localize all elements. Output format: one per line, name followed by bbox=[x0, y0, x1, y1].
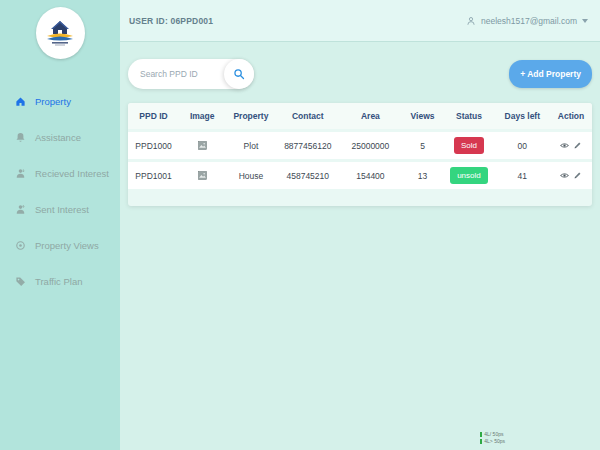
sidebar: Property Assistance Recieved Interest Se… bbox=[0, 0, 120, 450]
column-header-property: Property bbox=[225, 111, 276, 121]
watermark-text: 4L> 50ps bbox=[484, 438, 505, 444]
column-header-contact: Contact bbox=[276, 111, 339, 121]
column-header-days-left: Days left bbox=[494, 111, 550, 121]
column-header-ppd-id: PPD ID bbox=[128, 111, 179, 121]
app-root: Property Assistance Recieved Interest Se… bbox=[0, 0, 600, 450]
view-eye-icon[interactable] bbox=[560, 141, 569, 150]
status-badge: unsold bbox=[450, 167, 488, 184]
edit-pencil-icon[interactable] bbox=[573, 141, 582, 150]
table-header-row: PPD ID Image Property Contact Area Views… bbox=[128, 103, 592, 129]
cell-area: 25000000 bbox=[339, 141, 402, 151]
sidebar-item-label: Traffic Plan bbox=[35, 276, 83, 287]
top-header: USER ID: 06PPD001 neelesh1517@gmail.com bbox=[120, 0, 600, 42]
cell-property: House bbox=[225, 171, 276, 181]
sidebar-item-property[interactable]: Property bbox=[0, 83, 120, 119]
cell-area: 154400 bbox=[339, 171, 402, 181]
search-box bbox=[128, 59, 254, 89]
sidebar-item-property-views[interactable]: Property Views bbox=[0, 227, 120, 263]
column-header-area: Area bbox=[339, 111, 402, 121]
circle-dot-icon bbox=[15, 240, 26, 251]
sidebar-item-label: Sent Interest bbox=[35, 204, 89, 215]
cell-ppd-id: PPD1000 bbox=[128, 141, 179, 151]
search-icon bbox=[233, 68, 245, 80]
sidebar-item-assistance[interactable]: Assistance bbox=[0, 119, 120, 155]
overlay-stats-watermark: 4L/ 50ps 4L> 50ps bbox=[480, 431, 505, 444]
cell-contact: 8877456120 bbox=[276, 141, 339, 151]
watermark-text: 4L/ 50ps bbox=[484, 431, 503, 437]
sidebar-item-recieved-interest[interactable]: Recieved Interest bbox=[0, 155, 120, 191]
image-thumbnail-icon[interactable] bbox=[198, 141, 207, 150]
view-eye-icon[interactable] bbox=[560, 171, 569, 180]
column-header-image: Image bbox=[179, 111, 225, 121]
table-row: PPD1000 Plot 8877456120 25000000 5 Sold … bbox=[128, 132, 592, 159]
realestate-house-logo-icon bbox=[36, 7, 85, 59]
image-thumbnail-icon[interactable] bbox=[198, 171, 207, 180]
person-up-icon bbox=[15, 204, 26, 215]
watermark-line: 4L> 50ps bbox=[480, 438, 505, 444]
search-button[interactable] bbox=[224, 59, 254, 89]
cell-days-left: 00 bbox=[494, 141, 550, 151]
table-row: PPD1001 House 458745210 154400 13 unsold… bbox=[128, 162, 592, 189]
cell-property: Plot bbox=[225, 141, 276, 151]
account-menu[interactable]: neelesh1517@gmail.com bbox=[466, 16, 588, 26]
logo-container bbox=[0, 0, 120, 59]
add-property-button[interactable]: + Add Property bbox=[509, 60, 592, 88]
chevron-down-icon bbox=[582, 19, 588, 23]
content-area: + Add Property PPD ID Image Property Con… bbox=[120, 42, 600, 450]
sidebar-item-label: Property bbox=[35, 96, 71, 107]
sidebar-item-label: Property Views bbox=[35, 240, 99, 251]
green-swatch-icon bbox=[480, 439, 482, 444]
sidebar-item-sent-interest[interactable]: Sent Interest bbox=[0, 191, 120, 227]
column-header-views: Views bbox=[402, 111, 444, 121]
cell-ppd-id: PPD1001 bbox=[128, 171, 179, 181]
column-header-action: Action bbox=[550, 111, 592, 121]
bell-icon bbox=[15, 132, 26, 143]
cell-views: 5 bbox=[402, 141, 444, 151]
sidebar-nav: Property Assistance Recieved Interest Se… bbox=[0, 83, 120, 299]
sidebar-item-label: Assistance bbox=[35, 132, 81, 143]
property-table: PPD ID Image Property Contact Area Views… bbox=[128, 103, 592, 206]
tag-icon bbox=[15, 276, 26, 287]
cell-actions bbox=[550, 171, 592, 180]
cell-actions bbox=[550, 141, 592, 150]
sidebar-item-traffic-plan[interactable]: Traffic Plan bbox=[0, 263, 120, 299]
person-down-icon bbox=[15, 168, 26, 179]
watermark-line: 4L/ 50ps bbox=[480, 431, 505, 437]
toolbar: + Add Property bbox=[128, 59, 592, 89]
home-icon bbox=[15, 96, 26, 107]
status-badge: Sold bbox=[454, 137, 484, 154]
cell-contact: 458745210 bbox=[276, 171, 339, 181]
cell-days-left: 41 bbox=[494, 171, 550, 181]
green-swatch-icon bbox=[480, 432, 482, 437]
sidebar-item-label: Recieved Interest bbox=[35, 168, 109, 179]
column-header-status: Status bbox=[443, 111, 494, 121]
account-email: neelesh1517@gmail.com bbox=[481, 16, 577, 26]
edit-pencil-icon[interactable] bbox=[573, 171, 582, 180]
main-area: USER ID: 06PPD001 neelesh1517@gmail.com bbox=[120, 0, 600, 450]
user-icon bbox=[466, 16, 476, 26]
cell-views: 13 bbox=[402, 171, 444, 181]
user-id-label: USER ID: 06PPD001 bbox=[129, 16, 213, 26]
